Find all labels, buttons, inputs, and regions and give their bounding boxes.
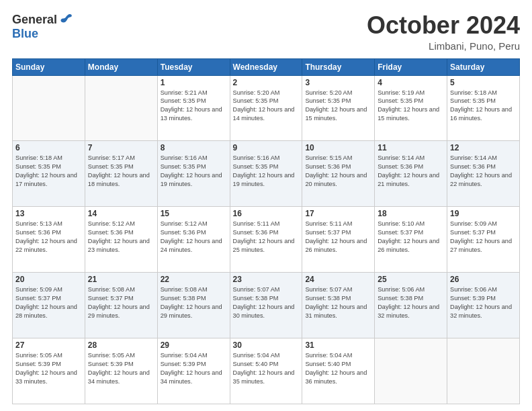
day-info: Sunrise: 5:04 AM Sunset: 5:40 PM Dayligh… (305, 351, 371, 386)
calendar-day-cell (447, 338, 520, 404)
calendar-week-row: 13Sunrise: 5:13 AM Sunset: 5:36 PM Dayli… (13, 207, 520, 273)
weekday-header-thursday: Thursday (302, 58, 375, 75)
day-number: 27 (15, 340, 82, 350)
calendar-day-cell: 22Sunrise: 5:08 AM Sunset: 5:38 PM Dayli… (157, 273, 230, 338)
day-info: Sunrise: 5:15 AM Sunset: 5:36 PM Dayligh… (305, 154, 371, 189)
calendar-week-row: 1Sunrise: 5:21 AM Sunset: 5:35 PM Daylig… (13, 75, 520, 141)
calendar-day-cell: 18Sunrise: 5:10 AM Sunset: 5:37 PM Dayli… (375, 207, 447, 273)
day-info: Sunrise: 5:10 AM Sunset: 5:37 PM Dayligh… (378, 220, 444, 255)
calendar-day-cell: 1Sunrise: 5:21 AM Sunset: 5:35 PM Daylig… (157, 75, 230, 141)
day-number: 15 (161, 209, 227, 218)
calendar-day-cell: 4Sunrise: 5:19 AM Sunset: 5:35 PM Daylig… (375, 75, 447, 141)
calendar-day-cell: 19Sunrise: 5:09 AM Sunset: 5:37 PM Dayli… (447, 207, 520, 273)
calendar-day-cell: 29Sunrise: 5:04 AM Sunset: 5:39 PM Dayli… (157, 338, 230, 404)
day-info: Sunrise: 5:06 AM Sunset: 5:39 PM Dayligh… (450, 285, 517, 320)
day-info: Sunrise: 5:18 AM Sunset: 5:35 PM Dayligh… (450, 89, 517, 124)
day-number: 14 (88, 209, 154, 218)
calendar-week-row: 27Sunrise: 5:05 AM Sunset: 5:39 PM Dayli… (13, 338, 520, 404)
weekday-header-sunday: Sunday (13, 58, 85, 75)
day-info: Sunrise: 5:06 AM Sunset: 5:38 PM Dayligh… (378, 285, 444, 320)
weekday-header-monday: Monday (85, 58, 157, 75)
day-number: 25 (378, 275, 444, 284)
day-number: 5 (450, 78, 517, 87)
logo-bird-icon (58, 12, 73, 27)
day-info: Sunrise: 5:07 AM Sunset: 5:38 PM Dayligh… (305, 285, 371, 320)
calendar-day-cell: 9Sunrise: 5:16 AM Sunset: 5:35 PM Daylig… (230, 141, 302, 207)
calendar-day-cell: 30Sunrise: 5:04 AM Sunset: 5:40 PM Dayli… (230, 338, 302, 404)
day-info: Sunrise: 5:21 AM Sunset: 5:35 PM Dayligh… (161, 89, 227, 124)
day-number: 8 (161, 143, 227, 152)
day-number: 28 (88, 340, 154, 350)
calendar-day-cell: 21Sunrise: 5:08 AM Sunset: 5:37 PM Dayli… (85, 273, 157, 338)
logo-general: General (12, 13, 57, 27)
calendar-day-cell: 28Sunrise: 5:05 AM Sunset: 5:39 PM Dayli… (85, 338, 157, 404)
day-number: 17 (305, 209, 371, 218)
day-number: 16 (233, 209, 300, 218)
day-number: 26 (450, 275, 517, 284)
day-info: Sunrise: 5:14 AM Sunset: 5:36 PM Dayligh… (450, 154, 517, 189)
day-number: 19 (450, 209, 517, 218)
calendar-week-row: 6Sunrise: 5:18 AM Sunset: 5:35 PM Daylig… (13, 141, 520, 207)
calendar-day-cell: 15Sunrise: 5:12 AM Sunset: 5:36 PM Dayli… (157, 207, 230, 273)
month-title: October 2024 (367, 12, 520, 39)
day-number: 18 (378, 209, 444, 218)
day-info: Sunrise: 5:07 AM Sunset: 5:38 PM Dayligh… (233, 285, 300, 320)
day-info: Sunrise: 5:09 AM Sunset: 5:37 PM Dayligh… (450, 220, 517, 255)
page: General Blue October 2024 Limbani, Puno,… (0, 0, 532, 411)
calendar-day-cell: 10Sunrise: 5:15 AM Sunset: 5:36 PM Dayli… (302, 141, 375, 207)
calendar-day-cell: 25Sunrise: 5:06 AM Sunset: 5:38 PM Dayli… (375, 273, 447, 338)
calendar-day-cell: 6Sunrise: 5:18 AM Sunset: 5:35 PM Daylig… (13, 141, 85, 207)
calendar-day-cell: 23Sunrise: 5:07 AM Sunset: 5:38 PM Dayli… (230, 273, 302, 338)
day-number: 30 (233, 340, 300, 350)
day-info: Sunrise: 5:08 AM Sunset: 5:38 PM Dayligh… (161, 285, 227, 320)
calendar-week-row: 20Sunrise: 5:09 AM Sunset: 5:37 PM Dayli… (13, 273, 520, 338)
day-number: 9 (233, 143, 300, 152)
day-number: 3 (305, 78, 371, 87)
day-info: Sunrise: 5:14 AM Sunset: 5:36 PM Dayligh… (378, 154, 444, 189)
day-number: 1 (161, 78, 227, 87)
logo-text: General (12, 12, 73, 27)
day-info: Sunrise: 5:16 AM Sunset: 5:35 PM Dayligh… (161, 154, 227, 189)
calendar-table: SundayMondayTuesdayWednesdayThursdayFrid… (12, 58, 520, 404)
day-info: Sunrise: 5:09 AM Sunset: 5:37 PM Dayligh… (15, 285, 82, 320)
calendar-day-cell: 13Sunrise: 5:13 AM Sunset: 5:36 PM Dayli… (13, 207, 85, 273)
day-info: Sunrise: 5:16 AM Sunset: 5:35 PM Dayligh… (233, 154, 300, 189)
calendar-day-cell: 3Sunrise: 5:20 AM Sunset: 5:35 PM Daylig… (302, 75, 375, 141)
calendar-day-cell (85, 75, 157, 141)
day-number: 10 (305, 143, 371, 152)
day-info: Sunrise: 5:05 AM Sunset: 5:39 PM Dayligh… (88, 351, 154, 386)
day-number: 21 (88, 275, 154, 284)
title-area: October 2024 Limbani, Puno, Peru (367, 12, 520, 52)
day-info: Sunrise: 5:17 AM Sunset: 5:35 PM Dayligh… (88, 154, 154, 189)
weekday-header-friday: Friday (375, 58, 447, 75)
logo: General Blue (12, 12, 73, 41)
calendar-day-cell: 7Sunrise: 5:17 AM Sunset: 5:35 PM Daylig… (85, 141, 157, 207)
day-info: Sunrise: 5:19 AM Sunset: 5:35 PM Dayligh… (378, 89, 444, 124)
day-number: 23 (233, 275, 300, 284)
day-number: 11 (378, 143, 444, 152)
day-info: Sunrise: 5:08 AM Sunset: 5:37 PM Dayligh… (88, 285, 154, 320)
day-info: Sunrise: 5:05 AM Sunset: 5:39 PM Dayligh… (15, 351, 82, 386)
calendar-day-cell: 8Sunrise: 5:16 AM Sunset: 5:35 PM Daylig… (157, 141, 230, 207)
day-info: Sunrise: 5:20 AM Sunset: 5:35 PM Dayligh… (305, 89, 371, 124)
day-info: Sunrise: 5:12 AM Sunset: 5:36 PM Dayligh… (88, 220, 154, 255)
calendar-header-row: SundayMondayTuesdayWednesdayThursdayFrid… (13, 58, 520, 75)
calendar-day-cell: 2Sunrise: 5:20 AM Sunset: 5:35 PM Daylig… (230, 75, 302, 141)
day-info: Sunrise: 5:13 AM Sunset: 5:36 PM Dayligh… (15, 220, 82, 255)
day-number: 20 (15, 275, 82, 284)
calendar-day-cell: 31Sunrise: 5:04 AM Sunset: 5:40 PM Dayli… (302, 338, 375, 404)
day-number: 12 (450, 143, 517, 152)
day-number: 2 (233, 78, 300, 87)
weekday-header-tuesday: Tuesday (157, 58, 230, 75)
header: General Blue October 2024 Limbani, Puno,… (12, 12, 520, 52)
weekday-header-wednesday: Wednesday (230, 58, 302, 75)
day-number: 22 (161, 275, 227, 284)
calendar-day-cell: 27Sunrise: 5:05 AM Sunset: 5:39 PM Dayli… (13, 338, 85, 404)
calendar-day-cell: 12Sunrise: 5:14 AM Sunset: 5:36 PM Dayli… (447, 141, 520, 207)
calendar-day-cell: 20Sunrise: 5:09 AM Sunset: 5:37 PM Dayli… (13, 273, 85, 338)
day-info: Sunrise: 5:11 AM Sunset: 5:36 PM Dayligh… (233, 220, 300, 255)
day-number: 13 (15, 209, 82, 218)
day-number: 7 (88, 143, 154, 152)
weekday-header-saturday: Saturday (447, 58, 520, 75)
location: Limbani, Puno, Peru (367, 40, 520, 52)
